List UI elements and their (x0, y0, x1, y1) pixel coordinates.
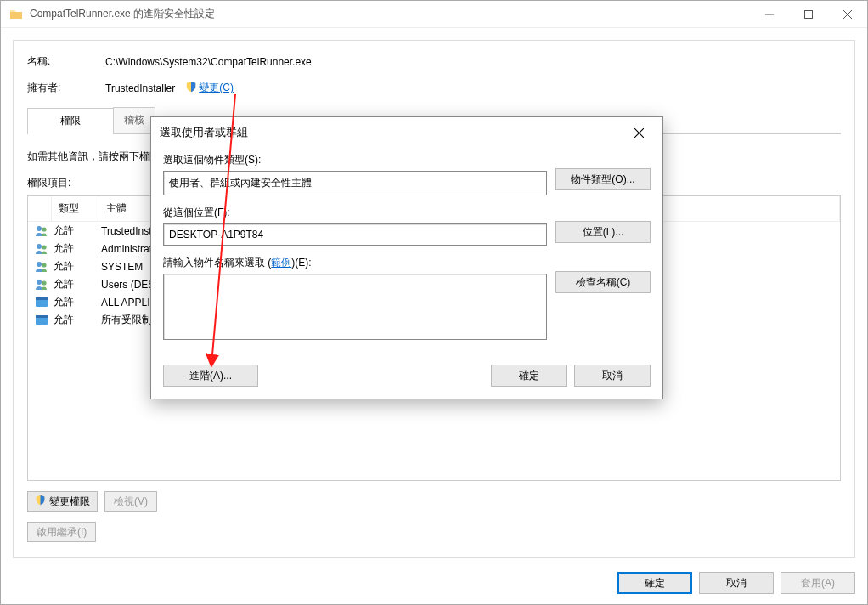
window-title: CompatTelRunner.exe 的進階安全性設定 (30, 7, 750, 21)
dialog-title: 選取使用者或群組 (160, 125, 623, 140)
svg-point-4 (42, 245, 46, 249)
dialog-titlebar: 選取使用者或群組 (151, 117, 662, 148)
advanced-button[interactable]: 進階(A)... (163, 365, 258, 387)
apply-button: 套用(A) (781, 572, 855, 594)
main-buttons: 確定 取消 套用(A) (617, 572, 855, 594)
name-label: 名稱: (27, 54, 105, 69)
close-button[interactable] (828, 1, 867, 28)
change-permissions-button[interactable]: 變更權限 (27, 491, 98, 512)
shield-icon (35, 495, 46, 508)
location-value: DESKTOP-A1P9T84 (163, 223, 547, 246)
col-type[interactable]: 類型 (52, 196, 99, 221)
object-type-label: 選取這個物件類型(S): (163, 153, 547, 167)
row-type: 允許 (54, 295, 101, 309)
owner-label: 擁有者: (27, 81, 105, 95)
dialog-ok-button[interactable]: 確定 (491, 365, 567, 387)
dialog-close-button[interactable] (623, 117, 654, 148)
cancel-button[interactable]: 取消 (699, 572, 774, 594)
tab-permissions[interactable]: 權限 (27, 108, 114, 134)
svg-rect-0 (805, 10, 813, 18)
svg-point-5 (37, 262, 42, 267)
svg-point-7 (37, 280, 42, 285)
check-names-button[interactable]: 檢查名稱(C) (555, 271, 651, 293)
svg-point-6 (42, 263, 46, 267)
view-button: 檢視(V) (104, 491, 157, 512)
row-type: 允許 (54, 277, 101, 291)
svg-point-8 (42, 280, 46, 285)
row-icon (35, 260, 54, 274)
maximize-button[interactable] (789, 1, 828, 28)
folder-icon (9, 8, 23, 21)
row-type: 允許 (54, 241, 101, 256)
examples-link[interactable]: 範例 (271, 257, 291, 269)
row-type: 允許 (54, 259, 101, 274)
row-type: 允許 (54, 313, 101, 327)
name-value: C:\Windows\System32\CompatTelRunner.exe (105, 56, 312, 68)
svg-rect-10 (36, 297, 48, 300)
titlebar: CompatTelRunner.exe 的進階安全性設定 (1, 1, 867, 28)
object-name-label: 請輸入物件名稱來選取 (範例)(E): (163, 256, 547, 270)
row-icon (35, 296, 54, 309)
row-icon (35, 224, 54, 238)
enable-inheritance-button: 啟用繼承(I) (27, 522, 96, 542)
dialog-cancel-button[interactable]: 取消 (574, 365, 651, 387)
object-name-input[interactable] (163, 274, 547, 340)
row-icon (35, 278, 54, 291)
change-owner-link[interactable]: 變更(C) (199, 81, 234, 95)
owner-value: TrustedInstaller (105, 82, 175, 94)
row-type: 允許 (54, 223, 101, 238)
row-icon (35, 242, 54, 256)
object-type-value: 使用者、群組或內建安全性主體 (163, 171, 547, 195)
select-user-dialog: 選取使用者或群組 選取這個物件類型(S): 使用者、群組或內建安全性主體 物件類… (150, 116, 663, 399)
tab-auditing[interactable]: 稽核 (113, 107, 155, 133)
window-buttons (750, 1, 867, 28)
svg-point-3 (37, 244, 42, 249)
advanced-security-window: CompatTelRunner.exe 的進階安全性設定 名稱: C:\Wind… (0, 0, 868, 605)
shield-icon (185, 81, 197, 95)
minimize-button[interactable] (750, 1, 789, 28)
row-icon (35, 314, 54, 327)
object-types-button[interactable]: 物件類型(O)... (555, 168, 651, 190)
locations-button[interactable]: 位置(L)... (555, 221, 651, 243)
svg-rect-12 (36, 315, 48, 318)
location-label: 從這個位置(F): (163, 206, 547, 220)
ok-button[interactable]: 確定 (617, 572, 692, 594)
svg-point-2 (42, 227, 46, 231)
svg-point-1 (37, 226, 42, 231)
